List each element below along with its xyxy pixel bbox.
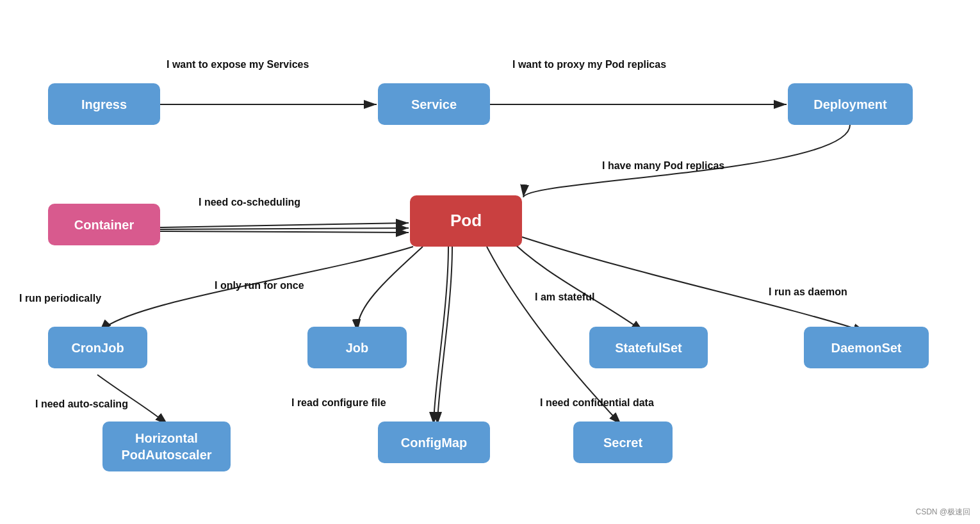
ingress-node: Ingress	[48, 83, 160, 125]
label-expose-services: I want to expose my Services	[167, 58, 309, 72]
secret-node: Secret	[573, 422, 673, 463]
container-node: Container	[48, 204, 160, 245]
configmap-node: ConfigMap	[378, 422, 490, 463]
statefulset-node: StatefulSet	[589, 327, 708, 368]
daemonset-node: DaemonSet	[804, 327, 929, 368]
diagram-container: Ingress Service Deployment Container Pod…	[0, 0, 980, 524]
label-many-replicas: I have many Pod replicas	[602, 159, 724, 173]
label-proxy-pods: I want to proxy my Pod replicas	[512, 58, 666, 72]
label-run-as-daemon: I run as daemon	[769, 285, 847, 299]
label-am-stateful: I am stateful	[535, 290, 594, 304]
label-confidential-data: I need confidential data	[540, 396, 654, 410]
deployment-node: Deployment	[788, 83, 913, 125]
label-configure-file: I read configure file	[291, 396, 386, 410]
service-node: Service	[378, 83, 490, 125]
pod-node: Pod	[410, 195, 522, 247]
job-node: Job	[307, 327, 407, 368]
watermark: CSDN @极速回	[915, 507, 970, 518]
label-co-scheduling: I need co-scheduling	[199, 195, 300, 209]
label-auto-scaling: I need auto-scaling	[35, 397, 128, 411]
cronjob-node: CronJob	[48, 327, 147, 368]
label-run-periodically: I run periodically	[19, 291, 101, 306]
hpa-node: HorizontalPodAutoscaler	[102, 422, 231, 471]
label-run-once: I only run for once	[215, 279, 304, 293]
